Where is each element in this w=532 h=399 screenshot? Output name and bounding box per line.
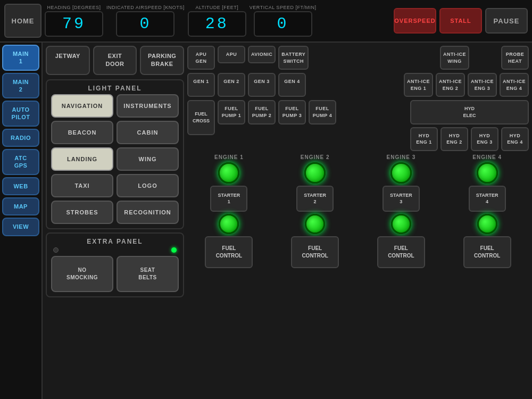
sidebar-item-main2[interactable]: MAIN2 bbox=[2, 73, 39, 99]
fuel-cross-button[interactable]: FUELCROSS bbox=[187, 100, 215, 135]
anti-ice-eng1-button[interactable]: ANTI-ICEENG 1 bbox=[404, 73, 433, 97]
sidebar-item-atcgps[interactable]: ATCGPS bbox=[2, 149, 39, 175]
jetway-button[interactable]: JETWAY bbox=[46, 46, 90, 75]
sidebar-item-view[interactable]: VIEW bbox=[2, 218, 39, 236]
light-btn-navigation[interactable]: NAVIGATION bbox=[51, 94, 113, 118]
engine3-col: ENGINE 3 STARTER3 FUELCONTROL bbox=[360, 154, 443, 268]
engine2-led bbox=[304, 162, 326, 184]
hyd-section: HYDELEC HYDENG 1 HYDENG 2 HYDENG 3 HYDEN… bbox=[410, 100, 529, 151]
engine3-label: ENGINE 3 bbox=[387, 154, 416, 160]
airspeed-label: INDICATED AIRSPEED [KNOTS] bbox=[106, 5, 185, 10]
hyd-eng4-button[interactable]: HYDENG 4 bbox=[501, 127, 529, 151]
engine-section: ENGINE 1 STARTER1 FUELCONTROL ENGINE 2 S… bbox=[187, 154, 529, 268]
sidebar-item-web[interactable]: WEB bbox=[2, 177, 39, 195]
gen4-button[interactable]: GEN 4 bbox=[278, 73, 306, 97]
starter3-button[interactable]: STARTER3 bbox=[383, 186, 420, 212]
engine4-fuel-led bbox=[477, 214, 497, 234]
light-btn-logo[interactable]: LOGO bbox=[117, 174, 179, 197]
engine1-led bbox=[218, 162, 239, 184]
starter2-button[interactable]: STARTER2 bbox=[296, 186, 334, 212]
hyd-eng3-button[interactable]: HYDENG 3 bbox=[471, 127, 498, 151]
engine1-label: ENGINE 1 bbox=[214, 154, 244, 160]
sidebar-item-map[interactable]: MAP bbox=[2, 197, 39, 215]
engine3-fuel-led bbox=[391, 214, 411, 234]
light-btn-landing[interactable]: LANDING bbox=[51, 147, 113, 171]
overspeed-button[interactable]: OVERSPEED bbox=[394, 8, 436, 34]
engine4-col: ENGINE 4 STARTER4 FUELCONTROL bbox=[445, 154, 529, 268]
vspeed-group: VERTICAL SPEED [FT/MIN] 0 bbox=[250, 5, 317, 37]
apu-button[interactable]: APU bbox=[218, 46, 245, 63]
vspeed-display: 0 bbox=[254, 11, 312, 37]
engine2-label: ENGINE 2 bbox=[301, 154, 330, 160]
light-btn-beacon[interactable]: BEACON bbox=[51, 121, 113, 144]
light-panel-title: LIGHT PANEL bbox=[51, 85, 179, 92]
extra-panel: EXTRA PANEL NOSMOCKING SEATBELTS bbox=[46, 232, 184, 297]
pause-button[interactable]: PAUSE bbox=[485, 8, 528, 34]
sidebar-item-autopilot[interactable]: AUTOPILOT bbox=[2, 101, 39, 127]
fuel-pump4-button[interactable]: FUELPUMP 4 bbox=[309, 100, 336, 124]
hyd-elec-button[interactable]: HYDELEC bbox=[410, 100, 529, 124]
extra-led-green bbox=[171, 247, 177, 253]
gen3-button[interactable]: GEN 3 bbox=[248, 73, 276, 97]
engine1-fuel-led bbox=[219, 214, 239, 234]
center-panel: JETWAY EXITDOOR PARKINGBRAKE LIGHT PANEL… bbox=[43, 43, 532, 399]
exit-door-button[interactable]: EXITDOOR bbox=[93, 46, 137, 75]
light-btn-wing[interactable]: WING bbox=[117, 147, 179, 171]
anti-ice-eng2-button[interactable]: ANTI-ICEENG 2 bbox=[436, 73, 465, 97]
light-panel: LIGHT PANEL NAVIGATION INSTRUMENTS BEACO… bbox=[46, 79, 184, 229]
left-center-panel: JETWAY EXITDOOR PARKINGBRAKE LIGHT PANEL… bbox=[46, 46, 184, 396]
left-sidebar: MAIN1 MAIN2 AUTOPILOT RADIO ATCGPS WEB M… bbox=[0, 43, 43, 399]
avionic-button[interactable]: AVIONIC bbox=[248, 46, 276, 63]
anti-ice-eng4-button[interactable]: ANTI-ICEENG 4 bbox=[500, 73, 529, 97]
fuel-control2-button[interactable]: FUELCONTROL bbox=[291, 236, 339, 268]
gen1-button[interactable]: GEN 1 bbox=[187, 73, 215, 97]
top-bar: HOME HEADING [DEGREES] 79 INDICATED AIRS… bbox=[0, 0, 532, 43]
light-btn-strobes[interactable]: STROBES bbox=[51, 201, 113, 224]
battery-switch-button[interactable]: BATTERYSWITCH bbox=[278, 46, 309, 70]
airspeed-display: 0 bbox=[116, 11, 174, 37]
fuel-pump3-button[interactable]: FUELPUMP 3 bbox=[278, 100, 306, 124]
starter4-button[interactable]: STARTER4 bbox=[469, 186, 506, 212]
engine2-fuel-led bbox=[305, 214, 325, 234]
hyd-eng1-button[interactable]: HYDENG 1 bbox=[410, 127, 438, 151]
extra-panel-header bbox=[51, 247, 179, 253]
engine4-label: ENGINE 4 bbox=[472, 154, 502, 160]
hyd-eng2-button[interactable]: HYDENG 2 bbox=[440, 127, 468, 151]
system-row-1: APUGEN APU AVIONIC BATTERYSWITCH ANTI-IC… bbox=[187, 46, 529, 70]
anti-ice-eng3-button[interactable]: ANTI-ICEENG 3 bbox=[468, 73, 497, 97]
no-smocking-button[interactable]: NOSMOCKING bbox=[51, 256, 113, 292]
anti-ice-wing-button[interactable]: ANTI-ICEWING bbox=[440, 46, 469, 70]
light-btn-recognition[interactable]: RECOGNITION bbox=[117, 201, 179, 224]
altitude-display: 28 bbox=[188, 11, 246, 37]
fuel-control3-button[interactable]: FUELCONTROL bbox=[377, 236, 425, 268]
vspeed-label: VERTICAL SPEED [FT/MIN] bbox=[250, 5, 317, 10]
starter1-button[interactable]: STARTER1 bbox=[210, 186, 247, 212]
parking-brake-button[interactable]: PARKINGBRAKE bbox=[140, 46, 184, 75]
home-button[interactable]: HOME bbox=[4, 4, 41, 38]
fuel-pumps: FUELPUMP 1 FUELPUMP 2 FUELPUMP 3 FUELPUM… bbox=[218, 100, 336, 124]
apu-gen-button[interactable]: APUGEN bbox=[187, 46, 215, 70]
seat-belts-button[interactable]: SEATBELTS bbox=[117, 256, 179, 292]
engine1-col: ENGINE 1 STARTER1 FUELCONTROL bbox=[187, 154, 271, 268]
airspeed-group: INDICATED AIRSPEED [KNOTS] 0 bbox=[106, 5, 185, 37]
right-center-panel: APUGEN APU AVIONIC BATTERYSWITCH ANTI-IC… bbox=[187, 46, 529, 396]
light-btn-instruments[interactable]: INSTRUMENTS bbox=[117, 94, 179, 118]
light-btn-taxi[interactable]: TAXI bbox=[51, 174, 113, 197]
fuel-control1-button[interactable]: FUELCONTROL bbox=[205, 236, 253, 268]
light-grid: NAVIGATION INSTRUMENTS BEACON CABIN LAND… bbox=[51, 94, 179, 224]
fuel-control4-button[interactable]: FUELCONTROL bbox=[463, 236, 511, 268]
fuel-pump1-button[interactable]: FUELPUMP 1 bbox=[218, 100, 245, 124]
main-content: MAIN1 MAIN2 AUTOPILOT RADIO ATCGPS WEB M… bbox=[0, 43, 532, 399]
engine4-led bbox=[477, 162, 498, 184]
altitude-group: ALTITUDE [FEET] 28 bbox=[188, 5, 246, 37]
gen2-button[interactable]: GEN 2 bbox=[218, 73, 245, 97]
extra-panel-title: EXTRA PANEL bbox=[51, 238, 179, 245]
light-btn-cabin[interactable]: CABIN bbox=[117, 121, 179, 144]
top-buttons-row: JETWAY EXITDOOR PARKINGBRAKE bbox=[46, 46, 184, 75]
sidebar-item-radio[interactable]: RADIO bbox=[2, 129, 39, 147]
sidebar-item-main1[interactable]: MAIN1 bbox=[2, 45, 39, 71]
hyd-pumps: HYDENG 1 HYDENG 2 HYDENG 3 HYDENG 4 bbox=[410, 127, 529, 151]
fuel-pump2-button[interactable]: FUELPUMP 2 bbox=[248, 100, 276, 124]
probe-heat-button[interactable]: PROBEHEAT bbox=[501, 46, 529, 70]
stall-button[interactable]: STALL bbox=[439, 8, 482, 34]
